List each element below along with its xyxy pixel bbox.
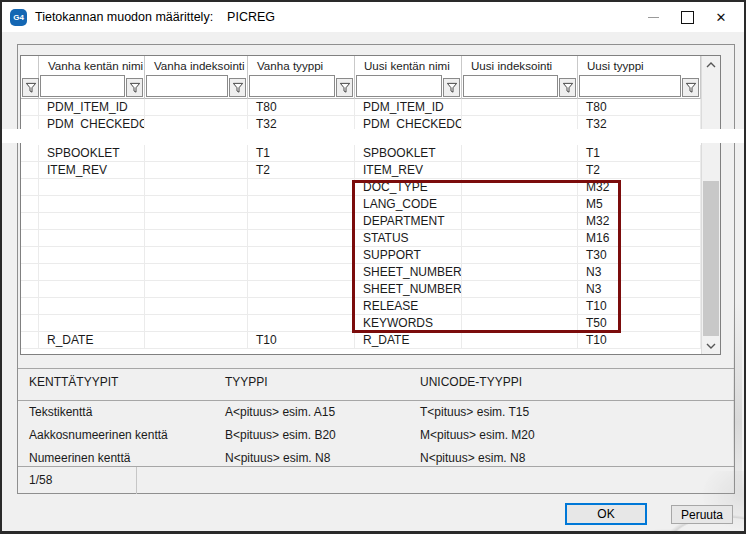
filter-input[interactable] bbox=[356, 75, 442, 97]
filter-button[interactable] bbox=[443, 78, 460, 97]
table-cell bbox=[462, 230, 578, 246]
table-cell bbox=[21, 264, 39, 280]
table-cell bbox=[21, 281, 39, 297]
filter-button[interactable] bbox=[336, 78, 353, 97]
table-cell bbox=[39, 213, 145, 229]
table-cell: T10 bbox=[578, 298, 701, 314]
scroll-up-icon[interactable] bbox=[702, 56, 720, 73]
content-panel: Vanha kentän nimiVanha indeksointiVanha … bbox=[17, 44, 735, 494]
column-header-label: Uusi kentän nimi bbox=[364, 59, 450, 72]
table-cell: ITEM_REV bbox=[39, 162, 145, 178]
table-cell bbox=[462, 99, 578, 115]
table-cell bbox=[39, 230, 145, 246]
table-row[interactable]: PDM_ITEM_IDT80PDM_ITEM_IDT80 bbox=[21, 99, 701, 116]
table-row[interactable]: SUPPORTT30 bbox=[21, 247, 701, 264]
filter-input[interactable] bbox=[146, 75, 228, 97]
table-cell: SUPPORT bbox=[355, 247, 462, 263]
filter-icon bbox=[685, 82, 697, 94]
table-cell: T10 bbox=[578, 332, 701, 348]
table-cell: PDM_ITEM_ID bbox=[355, 99, 462, 115]
legend-cell: N<pituus> esim. N8 bbox=[420, 451, 525, 465]
table-row[interactable]: ITEM_REVT2ITEM_REVT2 bbox=[21, 162, 701, 179]
table-cell bbox=[248, 247, 355, 263]
table-row[interactable]: DEPARTMENTM32 bbox=[21, 213, 701, 230]
column-header[interactable] bbox=[21, 56, 39, 99]
table-cell: SHEET_NUMBERS bbox=[355, 281, 462, 297]
filter-input[interactable] bbox=[40, 75, 125, 97]
table-cell: KEYWORDS bbox=[355, 315, 462, 331]
table-cell bbox=[21, 213, 39, 229]
filter-input[interactable] bbox=[463, 75, 558, 97]
maximize-button[interactable] bbox=[670, 2, 704, 32]
table-cell bbox=[39, 196, 145, 212]
app-icon: G4 bbox=[10, 9, 27, 26]
table-cell bbox=[145, 230, 248, 246]
filter-button[interactable] bbox=[229, 78, 246, 97]
column-header-label: Uusi indeksointi bbox=[471, 59, 552, 72]
legend-top-divider bbox=[18, 368, 734, 369]
table-cell bbox=[21, 230, 39, 246]
table-row[interactable]: SHEET_NUMBERSN3 bbox=[21, 281, 701, 298]
table-cell: T1 bbox=[248, 145, 355, 161]
column-header[interactable]: Vanha tyyppi bbox=[248, 56, 355, 99]
table-cell: ITEM_REV bbox=[355, 162, 462, 178]
filter-icon bbox=[129, 82, 141, 94]
filter-button[interactable] bbox=[682, 78, 699, 97]
legend-cell: M<pituus> esim. M20 bbox=[420, 428, 535, 442]
column-header-label: Vanha tyyppi bbox=[257, 59, 323, 72]
table-cell bbox=[145, 99, 248, 115]
table-cell bbox=[21, 162, 39, 178]
statusbar-divider bbox=[136, 467, 137, 494]
legend-header: UNICODE-TYYPPI bbox=[420, 375, 522, 389]
table-row[interactable]: SPBOOKLETT1SPBOOKLETT1 bbox=[21, 145, 701, 162]
table-cell: STATUS bbox=[355, 230, 462, 246]
filter-input[interactable] bbox=[249, 75, 335, 97]
table-row[interactable]: SHEET_NUMBERN3 bbox=[21, 264, 701, 281]
table-row[interactable]: KEYWORDST50 bbox=[21, 315, 701, 332]
scrollbar-thumb[interactable] bbox=[703, 181, 719, 336]
column-header[interactable]: Uusi kentän nimi bbox=[355, 56, 462, 99]
window-title: Tietokannan muodon määrittely: bbox=[35, 10, 213, 24]
column-header[interactable]: Vanha indeksointi bbox=[145, 56, 248, 99]
table-cell bbox=[462, 332, 578, 348]
close-button[interactable]: ✕ bbox=[704, 2, 738, 32]
ok-button[interactable]: OK bbox=[565, 503, 647, 525]
filter-input[interactable] bbox=[579, 75, 681, 97]
table-row[interactable]: LANG_CODEM5 bbox=[21, 196, 701, 213]
legend-cell: A<pituus> esim. A15 bbox=[225, 405, 335, 419]
filter-button[interactable] bbox=[126, 78, 143, 97]
window-controls: ✕ bbox=[636, 2, 738, 32]
field-mapping-grid: Vanha kentän nimiVanha indeksointiVanha … bbox=[20, 55, 721, 355]
filter-button[interactable] bbox=[559, 78, 576, 97]
table-row[interactable]: R_DATET10R_DATET10 bbox=[21, 332, 701, 349]
column-header[interactable]: Uusi indeksointi bbox=[462, 56, 578, 99]
table-cell: SHEET_NUMBER bbox=[355, 264, 462, 280]
column-header[interactable]: Vanha kentän nimi bbox=[39, 56, 145, 99]
table-row[interactable]: RELEASET10 bbox=[21, 298, 701, 315]
table-cell bbox=[248, 315, 355, 331]
filter-button[interactable] bbox=[22, 78, 39, 97]
table-cell bbox=[21, 332, 39, 348]
table-cell bbox=[21, 247, 39, 263]
table-cell bbox=[145, 179, 248, 195]
table-cell bbox=[248, 281, 355, 297]
vertical-scrollbar[interactable] bbox=[701, 56, 720, 354]
table-row[interactable]: STATUSM16 bbox=[21, 230, 701, 247]
table-cell bbox=[145, 281, 248, 297]
screenshot-tear-band bbox=[0, 129, 746, 143]
table-cell bbox=[462, 247, 578, 263]
maximize-icon bbox=[681, 11, 694, 24]
table-cell bbox=[145, 162, 248, 178]
minimize-button[interactable] bbox=[636, 2, 670, 32]
table-cell bbox=[462, 196, 578, 212]
table-cell bbox=[39, 315, 145, 331]
table-cell bbox=[21, 99, 39, 115]
table-cell bbox=[462, 298, 578, 314]
record-counter: 1/58 bbox=[29, 473, 52, 487]
table-cell bbox=[145, 298, 248, 314]
table-row[interactable]: DOC_TYPEM32 bbox=[21, 179, 701, 196]
cancel-button[interactable]: Peruuta bbox=[671, 505, 733, 524]
scroll-down-icon[interactable] bbox=[702, 337, 720, 354]
column-header[interactable]: Uusi tyyppi bbox=[578, 56, 701, 99]
table-cell bbox=[21, 145, 39, 161]
